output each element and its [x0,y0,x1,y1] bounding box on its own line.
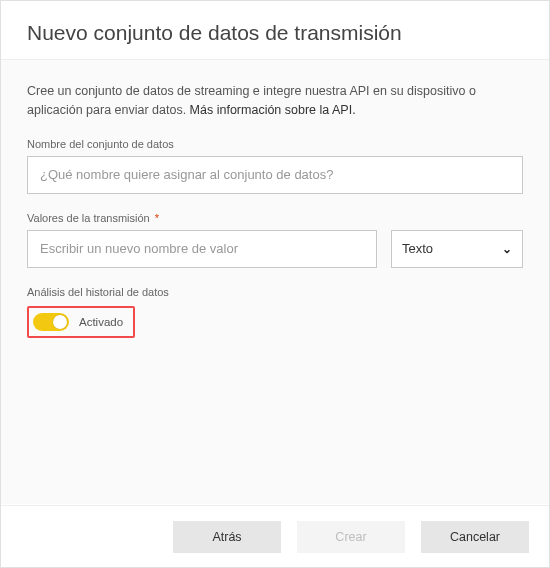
create-button: Crear [297,521,405,553]
historical-toggle[interactable] [33,313,69,331]
dialog-header: Nuevo conjunto de datos de transmisión [1,1,549,60]
historical-analysis-label: Análisis del historial de datos [27,286,523,298]
dialog-body: Cree un conjunto de datos de streaming e… [1,60,549,504]
dialog-title: Nuevo conjunto de datos de transmisión [27,21,523,45]
dataset-name-label: Nombre del conjunto de datos [27,138,523,150]
cancel-button[interactable]: Cancelar [421,521,529,553]
back-button[interactable]: Atrás [173,521,281,553]
historical-toggle-state: Activado [79,316,123,328]
dialog-footer: Atrás Crear Cancelar [1,505,549,567]
stream-values-row: Texto ⌄ [27,230,523,268]
value-type-selected: Texto [402,241,433,256]
intro-text: Cree un conjunto de datos de streaming e… [27,82,523,120]
stream-values-label-text: Valores de la transmisión [27,212,150,224]
value-type-select[interactable]: Texto ⌄ [391,230,523,268]
value-name-input[interactable] [27,230,377,268]
api-info-link[interactable]: Más información sobre la API. [190,103,356,117]
toggle-knob-icon [53,315,67,329]
dataset-name-input[interactable] [27,156,523,194]
required-indicator: * [155,212,159,224]
historical-toggle-highlight: Activado [27,306,135,338]
chevron-down-icon: ⌄ [502,242,512,256]
stream-values-label: Valores de la transmisión * [27,212,523,224]
streaming-dataset-dialog: Nuevo conjunto de datos de transmisión C… [0,0,550,568]
